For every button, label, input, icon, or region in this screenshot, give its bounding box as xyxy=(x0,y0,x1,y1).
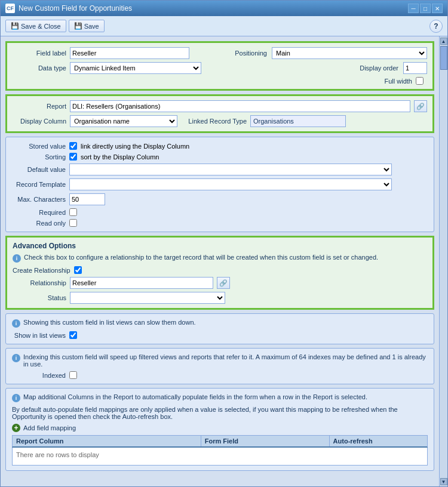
save-close-icon: 💾 xyxy=(11,22,19,30)
add-field-mapping-icon[interactable]: + xyxy=(12,424,20,432)
display-column-label: Display Column xyxy=(13,118,66,125)
advanced-options-title: Advanced Options xyxy=(13,242,427,250)
toolbar: 💾 Save & Close 💾 Save ? xyxy=(1,16,447,36)
close-button[interactable]: ✕ xyxy=(432,4,443,13)
field-mapping-table-body: There are no rows to display xyxy=(12,448,428,466)
help-button[interactable]: ? xyxy=(429,20,443,33)
display-order-group: Display order xyxy=(205,62,427,74)
display-column-select[interactable]: Organisation name xyxy=(70,115,177,127)
col-form-field: Form Field xyxy=(201,436,330,446)
save-button[interactable]: 💾 Save xyxy=(69,20,105,32)
linked-record-type-value: Organisations xyxy=(250,115,346,127)
default-value-row: Default value xyxy=(12,164,428,175)
minimize-button[interactable]: ─ xyxy=(408,4,419,13)
stored-value-checkbox[interactable] xyxy=(69,142,77,150)
advanced-info-text: Check this box to configure a relationsh… xyxy=(24,254,378,261)
indexed-info-icon: i xyxy=(12,354,20,362)
data-type-select[interactable]: Dynamic Linked Item xyxy=(70,62,201,74)
list-views-info-icon: i xyxy=(12,319,20,328)
relationship-browse-button[interactable]: 🔗 xyxy=(217,277,230,289)
data-type-row: Data type Dynamic Linked Item Display or… xyxy=(13,62,427,74)
record-template-select[interactable] xyxy=(69,178,392,190)
info-icon: i xyxy=(13,254,21,263)
status-label: Status xyxy=(13,294,66,301)
properties-section: Stored value link directly using the Dis… xyxy=(5,137,434,232)
title-bar: CF New Custom Field for Opportunities ─ … xyxy=(1,1,447,16)
field-label-label: Field label xyxy=(13,50,66,57)
stored-value-label: Stored value xyxy=(12,143,66,150)
max-characters-label: Max. Characters xyxy=(12,196,66,203)
basic-info-section: Field label Positioning Main Data type D… xyxy=(5,41,434,91)
field-mapping-info2: By default auto-populate field mappings … xyxy=(12,406,428,420)
record-template-label: Record Template xyxy=(12,181,66,188)
field-label-input[interactable] xyxy=(70,47,189,59)
main-content-area: Field label Positioning Main Data type D… xyxy=(1,36,447,486)
window-title: New Custom Field for Opportunities xyxy=(19,4,132,13)
show-in-list-views-checkbox[interactable] xyxy=(69,331,77,339)
indexed-label: Indexed xyxy=(12,372,66,379)
indexed-section: i Indexing this custom field will speed … xyxy=(5,348,434,384)
list-views-info-row: i Showing this custom field in list view… xyxy=(12,319,428,328)
add-field-mapping-row: + Add field mapping xyxy=(12,424,428,432)
title-bar-left: CF New Custom Field for Opportunities xyxy=(5,4,132,13)
field-mapping-info1: i Map additional Columns in the Report t… xyxy=(12,393,428,402)
report-browse-button[interactable]: 🔗 xyxy=(414,100,427,112)
read-only-label: Read only xyxy=(12,220,66,227)
show-in-list-views-label: Show in list views xyxy=(12,332,66,339)
advanced-options-section: Advanced Options i Check this box to con… xyxy=(5,236,434,310)
report-input[interactable] xyxy=(70,100,410,112)
max-characters-row: Max. Characters xyxy=(12,193,428,205)
required-row: Required xyxy=(12,208,428,216)
report-section: Report 🔗 Display Column Organisation nam… xyxy=(5,94,434,133)
full-width-label: Full width xyxy=(370,78,412,85)
relationship-input[interactable] xyxy=(70,277,213,289)
scroll-up-button[interactable]: ▲ xyxy=(440,38,447,45)
sorting-row: Sorting sort by the Display Column xyxy=(12,153,428,161)
read-only-checkbox[interactable] xyxy=(69,219,77,227)
sorting-text: sort by the Display Column xyxy=(81,153,159,161)
save-close-button[interactable]: 💾 Save & Close xyxy=(5,20,66,32)
full-width-row: Full width xyxy=(13,77,427,85)
positioning-label: Positioning xyxy=(225,50,267,57)
relationship-label: Relationship xyxy=(13,279,66,286)
col-report-column: Report Column xyxy=(13,436,201,446)
max-characters-input[interactable] xyxy=(69,193,105,205)
create-relationship-row: Create Relationship xyxy=(13,266,427,274)
sorting-label: Sorting xyxy=(12,153,66,161)
add-field-mapping-label[interactable]: Add field mapping xyxy=(23,424,76,431)
scrollbar[interactable]: ▲ ▼ xyxy=(439,36,447,486)
data-type-label: Data type xyxy=(13,64,66,72)
report-label: Report xyxy=(13,103,66,110)
col-auto-refresh: Auto-refresh xyxy=(330,436,427,446)
indexed-info-text: Indexing this custom field will speed up… xyxy=(23,353,428,368)
display-order-input[interactable] xyxy=(403,62,427,74)
field-mapping-info-text1: Map additional Columns in the Report to … xyxy=(23,393,367,400)
full-width-checkbox[interactable] xyxy=(416,77,424,85)
positioning-select[interactable]: Main xyxy=(272,47,427,59)
field-mapping-info-text2: By default auto-populate field mappings … xyxy=(12,406,428,420)
list-views-section: i Showing this custom field in list view… xyxy=(5,313,434,344)
save-icon: 💾 xyxy=(74,22,82,30)
indexed-checkbox[interactable] xyxy=(69,371,77,379)
create-relationship-checkbox[interactable] xyxy=(74,266,82,274)
read-only-row: Read only xyxy=(12,219,428,227)
scroll-down-button[interactable]: ▼ xyxy=(440,478,447,485)
main-window: CF New Custom Field for Opportunities ─ … xyxy=(0,0,448,487)
window-icon: CF xyxy=(5,4,15,13)
relationship-row: Relationship 🔗 xyxy=(13,277,427,289)
status-select[interactable] xyxy=(70,292,225,304)
display-order-label: Display order xyxy=(357,64,398,72)
maximize-button[interactable]: □ xyxy=(420,4,431,13)
required-label: Required xyxy=(12,209,66,216)
list-views-info-text: Showing this custom field in list views … xyxy=(23,319,196,326)
create-relationship-label: Create Relationship xyxy=(13,267,70,274)
display-column-row: Display Column Organisation name Linked … xyxy=(13,115,427,127)
default-value-select[interactable] xyxy=(69,164,392,175)
indexed-row: Indexed xyxy=(12,371,428,379)
required-checkbox[interactable] xyxy=(69,208,77,216)
main-scroll: Field label Positioning Main Data type D… xyxy=(1,36,439,486)
show-in-list-views-row: Show in list views xyxy=(12,331,428,339)
scroll-thumb[interactable] xyxy=(440,46,447,70)
positioning-group: Positioning Main xyxy=(193,47,427,59)
sorting-checkbox[interactable] xyxy=(69,153,77,161)
